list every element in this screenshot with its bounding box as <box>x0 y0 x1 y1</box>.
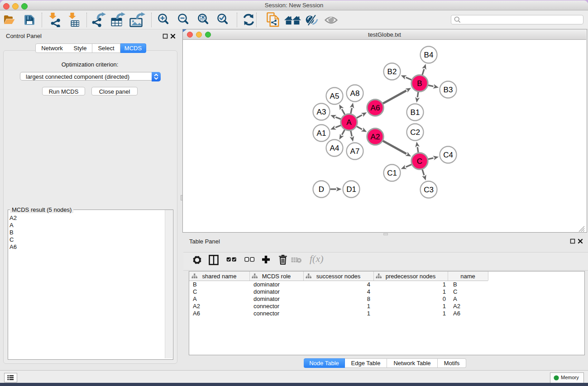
svg-text:A2: A2 <box>371 133 380 141</box>
svg-text:A: A <box>346 118 352 127</box>
svg-text:D: D <box>319 185 324 194</box>
svg-text:C3: C3 <box>424 186 434 194</box>
svg-text:D1: D1 <box>346 185 356 194</box>
svg-text:C2: C2 <box>410 128 420 137</box>
svg-text:A1: A1 <box>317 129 326 138</box>
svg-text:C1: C1 <box>387 169 397 177</box>
svg-text:C4: C4 <box>443 151 453 159</box>
svg-text:A6: A6 <box>371 104 380 112</box>
svg-text:A3: A3 <box>317 108 326 116</box>
svg-text:A5: A5 <box>330 92 339 100</box>
svg-text:A7: A7 <box>350 147 360 156</box>
svg-text:B2: B2 <box>387 67 397 76</box>
svg-text:B3: B3 <box>444 86 453 94</box>
svg-text:B1: B1 <box>411 108 420 117</box>
svg-text:C: C <box>417 157 422 166</box>
svg-text:A4: A4 <box>330 144 339 152</box>
svg-text:A8: A8 <box>350 89 360 98</box>
svg-text:B: B <box>417 79 422 88</box>
svg-text:B4: B4 <box>424 51 434 59</box>
